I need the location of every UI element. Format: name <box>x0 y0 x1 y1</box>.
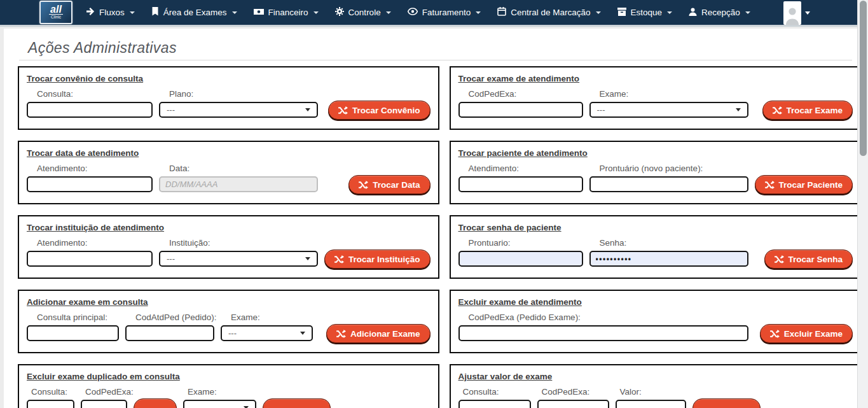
chevron-down-icon <box>305 108 310 111</box>
field-label: Senha: <box>600 238 748 248</box>
codpedexa-pedido-exame-input[interactable] <box>458 325 748 341</box>
codpedexa-input[interactable] <box>458 102 583 118</box>
atendimento-input[interactable] <box>27 251 153 267</box>
chevron-down-icon <box>596 11 601 14</box>
field-label: Exame: <box>600 89 748 99</box>
atendimento-input[interactable] <box>27 176 153 192</box>
bookmark-icon <box>151 7 159 18</box>
field-label: CodAtdPed (Pedido): <box>135 313 214 322</box>
trocar-convenio-button[interactable]: Trocar Convênio <box>328 101 431 120</box>
calendar-icon <box>497 7 506 18</box>
logo-text: all <box>49 5 63 15</box>
nav-item-faturamento[interactable]: Faturamento <box>399 0 490 26</box>
ajustar-valor-button[interactable] <box>692 398 761 408</box>
prontuario-novo-paciente-input[interactable] <box>589 176 748 192</box>
panel-heading: Trocar paciente de atendimento <box>458 148 853 158</box>
logo-subtext: Clinic <box>51 15 61 20</box>
excluir-duplicado-exame-button[interactable] <box>263 398 331 408</box>
chevron-down-icon <box>305 257 310 260</box>
excluir-duplicado-button[interactable] <box>134 398 177 408</box>
instituicao-select[interactable]: --- <box>159 251 318 267</box>
shuffle-icon <box>334 255 344 264</box>
vertical-scrollbar[interactable] <box>857 0 868 408</box>
trocar-exame-button[interactable]: Trocar Exame <box>762 101 853 120</box>
arrow-right-icon <box>86 7 95 18</box>
valor-input[interactable] <box>616 400 686 408</box>
senha-input[interactable] <box>589 251 748 267</box>
field-label: Consulta principal: <box>37 313 119 322</box>
user-icon <box>689 8 697 18</box>
panel-heading: Ajustar valor de exame <box>458 372 853 381</box>
field-label: Consulta: <box>31 387 74 397</box>
trocar-paciente-button[interactable]: Trocar Paciente <box>755 175 853 194</box>
field-label: Atendimento: <box>469 164 583 173</box>
field-label: Prontuário (novo paciente): <box>600 164 748 173</box>
panel-trocar-convenio: Trocar convênio de consulta Consulta: Pl… <box>18 66 439 130</box>
field-label: CodPedExa: <box>469 89 583 99</box>
scrollbar-thumb[interactable] <box>860 1 867 156</box>
panel-trocar-instituicao: Trocar instituição de atendimento Atendi… <box>18 215 439 279</box>
atendimento-input[interactable] <box>458 176 583 192</box>
excluir-exame-button[interactable]: Excluir Exame <box>760 324 853 343</box>
shuffle-icon <box>775 255 784 264</box>
allclinic-logo[interactable]: all Clinic <box>39 1 72 24</box>
data-input[interactable] <box>159 176 318 192</box>
codpedexa-input[interactable] <box>81 400 127 408</box>
panel-excluir-exame-duplicado: Excluir exame duplicado em consulta Cons… <box>18 364 439 408</box>
shuffle-icon <box>770 330 780 338</box>
field-label: Data: <box>169 164 318 173</box>
plano-select[interactable]: --- <box>159 102 318 118</box>
panel-heading: Trocar instituição de atendimento <box>27 223 431 232</box>
consulta-principal-input[interactable] <box>27 325 119 341</box>
nav-item-central-de-marcacao[interactable]: Central de Marcação <box>489 0 609 26</box>
consulta-input[interactable] <box>27 102 153 118</box>
codpedexa-input[interactable] <box>537 400 609 408</box>
field-label: Consulta: <box>37 89 153 99</box>
exame-select[interactable]: --- <box>221 325 313 341</box>
archive-icon <box>617 8 626 18</box>
page-title: Ações Administrativas <box>28 39 852 57</box>
page-header: Ações Administrativas <box>19 39 852 60</box>
shuffle-icon <box>359 181 368 189</box>
trocar-instituicao-button[interactable]: Trocar Instituição <box>324 250 431 269</box>
top-navbar: all Clinic Fluxos Área de Exames Finance… <box>0 0 857 27</box>
panel-trocar-data: Trocar data de atendimento Atendimento: … <box>18 141 439 204</box>
chevron-down-icon <box>386 11 391 14</box>
nav-item-recepcao[interactable]: Recepção <box>680 0 759 26</box>
chevron-down-icon <box>130 11 135 14</box>
exame-select[interactable]: --- <box>183 400 256 408</box>
chevron-down-icon <box>300 332 305 335</box>
nav-item-area-de-exames[interactable]: Área de Exames <box>143 0 245 26</box>
panel-excluir-exame: Excluir exame de atendimento CodPedExa (… <box>450 290 862 353</box>
field-label: CodPedExa (Pedido Exame): <box>469 313 748 322</box>
chevron-down-icon <box>476 11 481 14</box>
panel-heading: Excluir exame duplicado em consulta <box>27 372 431 381</box>
adicionar-exame-button[interactable]: Adicionar Exame <box>326 324 431 343</box>
panel-heading: Excluir exame de atendimento <box>458 297 853 307</box>
avatar <box>783 1 801 25</box>
field-label: Exame: <box>188 387 256 397</box>
user-menu[interactable] <box>783 1 810 25</box>
panel-adicionar-exame: Adicionar exame em consulta Consulta pri… <box>18 290 439 353</box>
nav-item-estoque[interactable]: Estoque <box>609 0 681 26</box>
chevron-down-icon <box>736 108 741 111</box>
shuffle-icon <box>765 181 775 189</box>
panel-heading: Trocar senha de paciente <box>458 223 853 232</box>
codatdped-input[interactable] <box>125 325 214 341</box>
trocar-data-button[interactable]: Trocar Data <box>348 175 430 194</box>
exame-select[interactable]: --- <box>589 102 748 118</box>
nav-item-financeiro[interactable]: Financeiro <box>245 0 327 26</box>
chevron-down-icon <box>313 11 319 14</box>
panel-heading: Trocar data de atendimento <box>27 148 431 158</box>
nav-item-fluxos[interactable]: Fluxos <box>78 0 143 26</box>
shuffle-icon <box>338 106 348 115</box>
trocar-senha-button[interactable]: Trocar Senha <box>764 250 853 269</box>
prontuario-input[interactable] <box>458 251 583 267</box>
field-label: Valor: <box>620 387 686 397</box>
consulta-input[interactable] <box>458 400 531 408</box>
panel-trocar-senha: Trocar senha de paciente Prontuario: Sen… <box>450 215 862 279</box>
nav-item-controle[interactable]: Controle <box>327 0 399 26</box>
consulta-input[interactable] <box>27 400 74 408</box>
panel-heading: Trocar exame de atendimento <box>458 74 853 83</box>
nav-menu: Fluxos Área de Exames Financeiro Control… <box>78 0 759 26</box>
